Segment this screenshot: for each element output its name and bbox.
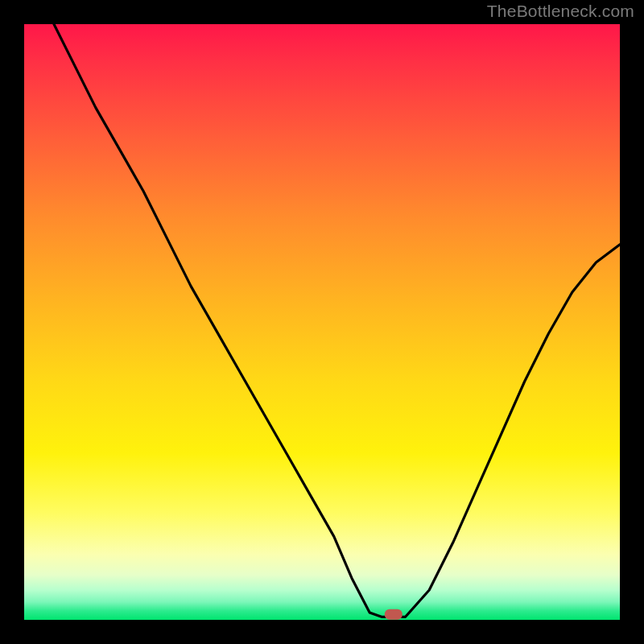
plot-area — [24, 24, 620, 620]
optimal-point-marker — [385, 609, 402, 620]
watermark-text: TheBottleneck.com — [487, 2, 634, 21]
bottleneck-curve — [54, 24, 620, 617]
chart-overlay-svg — [24, 24, 620, 620]
chart-frame: TheBottleneck.com — [0, 0, 644, 644]
